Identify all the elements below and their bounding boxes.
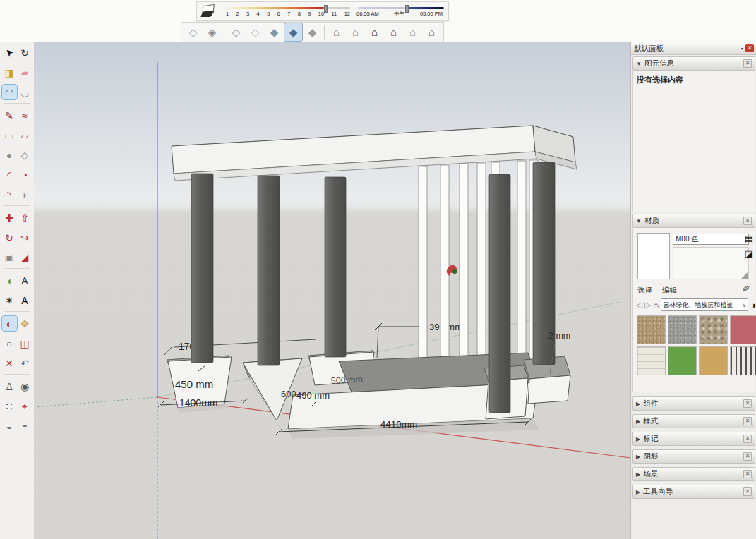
material-swatch-pebbles[interactable] — [699, 315, 728, 344]
home-icon[interactable]: ⌂ — [653, 300, 659, 310]
view-left-button[interactable]: ⌂ — [423, 23, 440, 41]
rectangle-tool[interactable]: ▭ — [2, 128, 17, 143]
tab-select[interactable]: 选择 — [637, 286, 652, 296]
column-4[interactable] — [489, 174, 510, 413]
rotate-tool[interactable]: ↻ — [2, 230, 17, 245]
section-close-icon[interactable]: ✕ — [743, 470, 752, 478]
column-3[interactable] — [325, 177, 346, 357]
model-viewport[interactable]: 390 mm — [34, 42, 630, 539]
filled-arc-tool[interactable]: ◗ — [18, 187, 32, 202]
pin-icon[interactable]: ▪ — [741, 45, 743, 52]
view-back-button[interactable]: ⌂ — [404, 23, 421, 41]
expand-triangle-icon[interactable]: ▶ — [636, 436, 640, 442]
panel-close-button[interactable]: ✕ — [745, 44, 754, 52]
forward-arrow-icon[interactable]: ▷ — [644, 300, 651, 310]
entity-info-header[interactable]: ▼ 图元信息 ✕ — [632, 56, 755, 71]
resize-corner-icon[interactable] — [741, 272, 748, 279]
baluster[interactable] — [460, 164, 468, 361]
axes-tool[interactable]: ✶ — [2, 293, 17, 308]
monochrome-button[interactable]: ◆ — [304, 23, 321, 41]
xray-button[interactable]: ◇ — [184, 23, 202, 41]
secondary-pane-icon[interactable]: ◑ — [750, 300, 756, 310]
entity-info-close-icon[interactable]: ✕ — [743, 59, 752, 68]
model-scene[interactable]: 390 mm — [34, 42, 630, 539]
baluster[interactable] — [517, 161, 526, 363]
section-plane-tool[interactable]: ⌖ — [18, 399, 32, 413]
back-edges-button[interactable]: ◈ — [203, 23, 221, 41]
create-material-icon[interactable]: ▤ — [745, 234, 753, 244]
material-swatch-sand-tan[interactable] — [699, 346, 728, 375]
rotated-rectangle-tool[interactable]: ▱ — [18, 128, 32, 143]
expand-triangle-icon[interactable]: ▶ — [636, 401, 640, 407]
extra-tool-a-tool[interactable]: ◒ — [2, 418, 17, 433]
section-close-icon[interactable]: ✕ — [743, 452, 752, 461]
shaded-textures-button[interactable]: ◆ — [284, 23, 302, 41]
material-category-dropdown[interactable]: 园林绿化、地被层和植被 ∨ — [661, 298, 748, 311]
material-swatch-pavers-white[interactable] — [637, 346, 666, 375]
expand-triangle-icon[interactable]: ▶ — [636, 489, 640, 495]
follow-me-tool[interactable]: ↪ — [18, 230, 32, 245]
panel-section-instructor[interactable]: ▶工具向导✕ — [632, 485, 755, 499]
materials-header[interactable]: ▼ 材质 ✕ — [632, 214, 755, 228]
expand-triangle-icon[interactable]: ▶ — [636, 454, 640, 460]
section-close-icon[interactable]: ✕ — [743, 435, 752, 443]
sandbox-from-contours-tool[interactable]: ◠ — [2, 85, 17, 99]
material-swatch-fence-white[interactable] — [730, 346, 756, 375]
shadow-time-slider[interactable]: 06:55 AM 中午 05:00 PM — [356, 6, 445, 18]
section-close-icon[interactable]: ✕ — [743, 399, 752, 408]
zoom-tool[interactable]: ○ — [2, 336, 17, 351]
text-tool[interactable]: A — [18, 273, 32, 288]
panel-section-tags[interactable]: ▶标记✕ — [632, 432, 755, 446]
push-pull-tool[interactable]: ⇧ — [18, 210, 32, 225]
freehand-tool[interactable]: ≈ — [18, 108, 32, 123]
zoom-window-tool[interactable]: ◫ — [18, 336, 32, 351]
section-close-icon[interactable]: ✕ — [743, 487, 752, 496]
previous-view-tool[interactable]: ↶ — [18, 356, 32, 370]
sample-paint-icon[interactable]: ◪ — [745, 248, 753, 259]
material-name-field[interactable]: M00 色 — [673, 234, 749, 245]
panel-section-components[interactable]: ▶组件✕ — [632, 396, 755, 411]
polygon-tool[interactable]: ◇ — [18, 147, 32, 162]
select-tool[interactable]: ➤ — [2, 45, 17, 60]
material-swatch-gravel-gray[interactable] — [668, 315, 697, 344]
baluster[interactable] — [419, 166, 427, 361]
position-camera-tool[interactable]: ♙ — [2, 379, 17, 394]
baluster-group[interactable] — [419, 160, 538, 363]
column-2[interactable] — [258, 176, 280, 365]
shaded-button[interactable]: ◆ — [265, 23, 283, 41]
time-slider-handle[interactable] — [405, 5, 409, 13]
wireframe-button[interactable]: ◇ — [227, 23, 245, 41]
circle-tool[interactable]: ● — [2, 147, 17, 162]
footing5-front[interactable] — [528, 375, 570, 404]
arc-tool[interactable]: ◝ — [2, 187, 17, 202]
baluster[interactable] — [440, 165, 449, 361]
move-tool[interactable]: ✚ — [2, 210, 17, 225]
shadow-date-slider[interactable]: 123456789101112 — [224, 6, 352, 17]
tab-edit[interactable]: 编辑 — [662, 286, 677, 296]
offset-tool[interactable]: ▣ — [2, 250, 17, 265]
view-right-button[interactable]: ⌂ — [385, 23, 402, 41]
view-iso-button[interactable]: ⌂ — [328, 23, 345, 41]
collapse-triangle-icon[interactable]: ▼ — [636, 218, 642, 224]
walk-tool[interactable]: ∷ — [2, 399, 17, 413]
orbit-tool[interactable]: ◐ — [2, 316, 17, 331]
rotate-view-tool[interactable]: ↻ — [18, 45, 32, 60]
back-arrow-icon[interactable]: ◁ — [636, 300, 642, 310]
eraser-tool[interactable]: ▰ — [18, 65, 32, 80]
scale-tool[interactable]: ◢ — [18, 250, 32, 265]
sandbox-smoove-tool[interactable]: ◡ — [18, 85, 32, 99]
hidden-line-button[interactable]: ◇ — [246, 23, 264, 41]
extra-tool-b-tool[interactable]: ◓ — [18, 418, 32, 433]
material-swatch-mauve-red[interactable] — [730, 315, 756, 344]
section-close-icon[interactable]: ✕ — [743, 417, 752, 425]
line-tool[interactable]: ✎ — [2, 108, 17, 123]
view-top-button[interactable]: ⌂ — [347, 23, 364, 41]
date-slider-track[interactable] — [226, 7, 350, 9]
panel-section-styles[interactable]: ▶样式✕ — [632, 414, 755, 428]
paint-bucket-tool[interactable]: ◨ — [2, 65, 17, 80]
3d-text-tool[interactable]: A — [18, 293, 32, 308]
eyedropper-icon[interactable]: ✐ — [741, 282, 751, 295]
baluster[interactable] — [477, 163, 486, 361]
zoom-extents-tool[interactable]: ✕ — [2, 356, 17, 370]
pie-tool[interactable]: ◔ — [18, 167, 32, 182]
